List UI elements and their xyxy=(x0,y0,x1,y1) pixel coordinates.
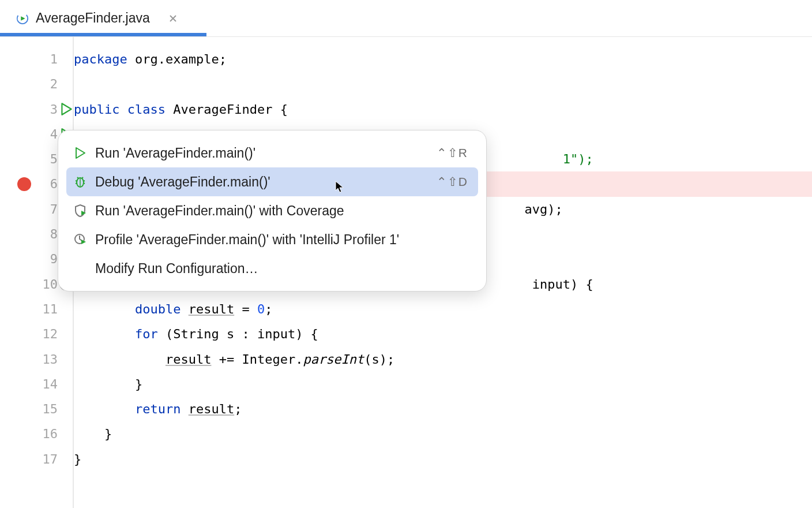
menu-label: Modify Run Configuration… xyxy=(95,261,468,277)
bug-icon xyxy=(73,175,87,189)
line-number: 14 xyxy=(43,372,58,397)
line-number: 5 xyxy=(45,147,58,171)
run-gutter-icon[interactable] xyxy=(59,102,74,117)
code-line: } xyxy=(74,372,812,397)
tab-bar: AverageFinder.java xyxy=(0,0,812,37)
breakpoint-icon[interactable] xyxy=(17,177,31,191)
code-line: } xyxy=(74,447,812,472)
line-number: 8 xyxy=(45,222,58,246)
code-line: for (String s : input) { xyxy=(74,322,812,346)
close-icon[interactable] xyxy=(168,14,178,23)
code-line: return result; xyxy=(74,397,812,421)
menu-label: Run 'AverageFinder.main()' xyxy=(95,145,437,161)
profiler-icon xyxy=(73,233,87,246)
menu-label: Run 'AverageFinder.main()' with Coverage xyxy=(95,203,468,219)
line-number: 2 xyxy=(45,72,58,96)
line-number: 13 xyxy=(43,347,58,372)
line-number: 7 xyxy=(45,197,58,222)
line-number: 10 xyxy=(43,272,58,297)
line-number: 16 xyxy=(43,421,58,446)
run-icon xyxy=(73,146,87,160)
menu-label: Debug 'AverageFinder.main()' xyxy=(95,174,437,190)
line-number: 17 xyxy=(43,447,58,472)
line-number: 3 xyxy=(45,97,58,122)
line-number: 9 xyxy=(45,246,58,271)
code-line xyxy=(74,72,812,96)
menu-item-debug[interactable]: Debug 'AverageFinder.main()' ⌃⇧D xyxy=(66,167,478,196)
code-line: public class AverageFinder { xyxy=(74,97,812,122)
mouse-cursor-icon xyxy=(334,181,346,193)
code-line: package org.example; xyxy=(74,47,812,72)
line-number: 15 xyxy=(43,397,58,421)
line-number: 6 xyxy=(45,171,58,196)
tab-filename: AverageFinder.java xyxy=(36,10,150,26)
menu-item-run[interactable]: Run 'AverageFinder.main()' ⌃⇧R xyxy=(66,139,478,167)
menu-item-modify-config[interactable]: Modify Run Configuration… xyxy=(66,254,478,283)
tab-active-indicator xyxy=(0,33,206,36)
gutter-context-menu: Run 'AverageFinder.main()' ⌃⇧R Debug 'Av… xyxy=(58,130,487,292)
line-number: 1 xyxy=(45,47,58,72)
line-number: 11 xyxy=(43,297,58,322)
run-file-icon xyxy=(16,12,29,25)
code-line: double result = 0; xyxy=(74,297,812,322)
line-number: 12 xyxy=(43,322,58,346)
editor-tab[interactable]: AverageFinder.java xyxy=(10,7,183,29)
menu-shortcut: ⌃⇧R xyxy=(437,146,468,160)
menu-item-profile[interactable]: Profile 'AverageFinder.main()' with 'Int… xyxy=(66,225,478,254)
menu-label: Profile 'AverageFinder.main()' with 'Int… xyxy=(95,232,468,248)
code-line: } xyxy=(74,421,812,446)
line-number: 4 xyxy=(45,122,58,147)
menu-shortcut: ⌃⇧D xyxy=(437,175,468,189)
menu-item-coverage[interactable]: Run 'AverageFinder.main()' with Coverage xyxy=(66,196,478,225)
shield-run-icon xyxy=(73,204,87,218)
code-line: result += Integer.parseInt(s); xyxy=(74,347,812,372)
